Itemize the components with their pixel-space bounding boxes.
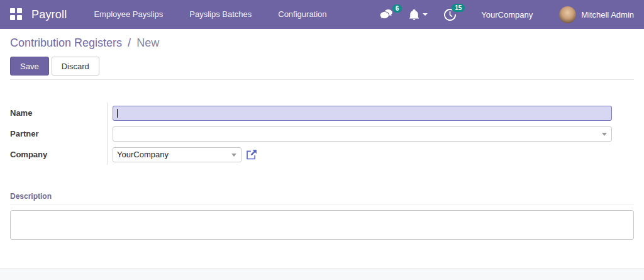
app-brand[interactable]: Payroll xyxy=(31,8,67,21)
breadcrumb: Contribution Registers / New xyxy=(10,36,634,50)
field-group: Name Partner Company xyxy=(10,103,634,165)
control-panel: Contribution Registers / New Save Discar… xyxy=(0,36,644,80)
activities-badge: 15 xyxy=(452,4,465,12)
main-menu: Employee Payslips Payslips Batches Confi… xyxy=(80,0,340,29)
name-input[interactable] xyxy=(113,106,612,121)
external-link-icon[interactable] xyxy=(246,149,257,160)
partner-field-label: Partner xyxy=(10,129,39,138)
user-name: Mitchell Admin xyxy=(581,10,634,20)
messages-icon xyxy=(379,9,393,20)
text-cursor xyxy=(117,109,118,118)
save-button[interactable]: Save xyxy=(10,57,49,76)
breadcrumb-separator: / xyxy=(125,36,133,49)
discard-button[interactable]: Discard xyxy=(52,57,99,76)
bell-icon xyxy=(409,9,419,20)
partner-input[interactable] xyxy=(113,126,612,142)
breadcrumb-parent-link[interactable]: Contribution Registers xyxy=(10,36,122,49)
messages-button[interactable]: 6 xyxy=(379,9,393,20)
control-panel-divider xyxy=(10,79,634,80)
menu-employee-payslips[interactable]: Employee Payslips xyxy=(80,0,176,29)
breadcrumb-current: New xyxy=(136,36,159,49)
company-input[interactable] xyxy=(113,147,242,162)
menu-configuration[interactable]: Configuration xyxy=(265,0,340,29)
description-separator: Description xyxy=(10,190,634,204)
field-labels-column: Name Partner Company xyxy=(10,103,107,165)
avatar xyxy=(559,6,576,23)
notifications-button[interactable] xyxy=(409,9,428,20)
systray: 6 15 YourCompany Mitchell Admin xyxy=(363,6,634,23)
company-switcher[interactable]: YourCompany xyxy=(481,10,533,20)
control-panel-buttons: Save Discard xyxy=(10,57,634,76)
description-label: Description xyxy=(10,192,52,204)
top-navbar: Payroll Employee Payslips Payslips Batch… xyxy=(0,0,644,29)
chevron-down-icon xyxy=(423,13,428,16)
field-inputs-column xyxy=(107,103,612,165)
company-field-label: Company xyxy=(10,150,47,159)
activities-button[interactable]: 15 xyxy=(444,9,456,21)
menu-payslips-batches[interactable]: Payslips Batches xyxy=(176,0,265,29)
description-textarea[interactable] xyxy=(10,210,634,240)
apps-menu-icon[interactable] xyxy=(10,8,23,21)
form-sheet: Name Partner Company xyxy=(0,103,644,240)
bottom-strip xyxy=(0,268,644,280)
user-menu[interactable]: Mitchell Admin xyxy=(559,6,634,23)
messages-badge: 6 xyxy=(392,4,402,13)
name-field-label: Name xyxy=(10,108,32,118)
